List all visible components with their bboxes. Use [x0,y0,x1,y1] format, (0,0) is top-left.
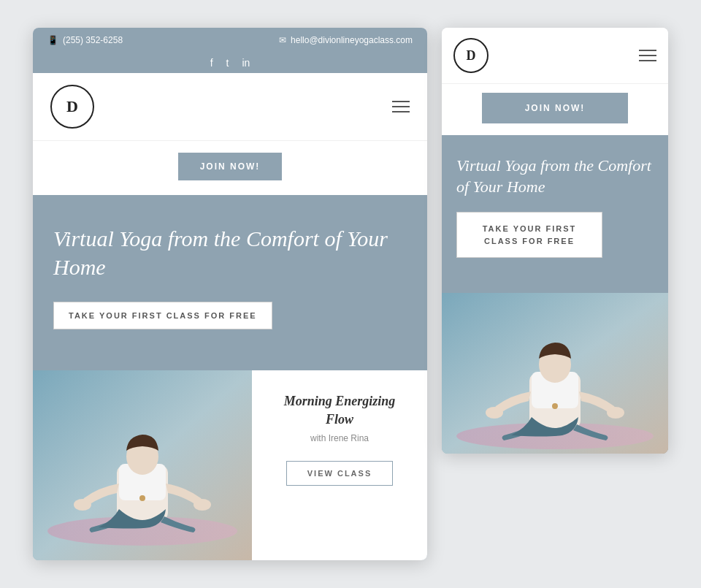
svg-point-15 [552,403,558,409]
card-section: Morning Energizing Flow with Irene Rina … [33,353,427,560]
small-device-frame: D JOIN NOW! Virtual Yoga from the Comfor… [442,28,668,454]
yoga-image [33,370,252,560]
logo: D [50,85,94,129]
svg-point-13 [486,407,503,419]
small-logo-letter: D [467,48,476,64]
small-yoga-image [442,293,668,454]
svg-point-5 [74,499,91,511]
small-logo: D [453,38,489,73]
hero-section: Virtual Yoga from the Comfort of Your Ho… [33,195,427,353]
svg-point-14 [607,407,624,419]
small-join-now-button[interactable]: JOIN NOW! [482,93,628,123]
hero-title: Virtual Yoga from the Comfort of Your Ho… [53,224,407,281]
class-card: Morning Energizing Flow with Irene Rina … [252,370,427,560]
devices-container: 📱 (255) 352-6258 ✉ hello@divionlineyogac… [33,28,668,560]
email-icon: ✉ [279,35,286,45]
small-join-row: JOIN NOW! [442,84,668,135]
topbar-social: f t in [33,53,427,73]
svg-point-7 [139,495,145,501]
small-hamburger-menu[interactable] [639,50,656,61]
view-class-button[interactable]: VIEW CLASS [286,461,393,486]
join-row: JOIN NOW! [33,141,427,195]
small-free-class-button[interactable]: TAKE YOUR FIRST CLASS FOR FREE [456,212,602,258]
phone-icon: 📱 [47,35,58,45]
topbar: 📱 (255) 352-6258 ✉ hello@divionlineyogac… [33,28,427,53]
phone-number: (255) 352-6258 [63,35,123,45]
hamburger-line-2 [392,106,410,107]
large-device-frame: 📱 (255) 352-6258 ✉ hello@divionlineyogac… [33,28,427,560]
instructor-name: with Irene Rina [310,433,369,443]
join-now-button[interactable]: JOIN NOW! [178,153,283,180]
small-nav-header: D [442,28,668,84]
logo-letter: D [66,97,78,116]
topbar-left: 📱 (255) 352-6258 [47,35,123,45]
svg-point-6 [194,499,211,511]
email-address: hello@divionlineyogaclass.com [291,35,413,45]
small-hamburger-line-3 [639,60,656,61]
small-card-section [442,275,668,454]
small-hero-title: Virtual Yoga from the Comfort of Your Ho… [456,156,654,197]
small-hero-section: Virtual Yoga from the Comfort of Your Ho… [442,135,668,275]
hamburger-menu[interactable] [392,101,410,112]
twitter-icon[interactable]: t [226,57,229,69]
free-class-button[interactable]: TAKE YOUR FIRST CLASS FOR FREE [53,302,272,329]
linkedin-icon[interactable]: in [242,57,250,69]
small-hamburger-line-1 [639,50,656,51]
facebook-icon[interactable]: f [210,57,213,69]
small-hamburger-line-2 [639,55,656,56]
hamburger-line-1 [392,101,410,102]
nav-header: D [33,73,427,141]
hamburger-line-3 [392,111,410,112]
topbar-right: ✉ hello@divionlineyogaclass.com [279,35,413,45]
class-title: Morning Energizing Flow [269,392,410,429]
